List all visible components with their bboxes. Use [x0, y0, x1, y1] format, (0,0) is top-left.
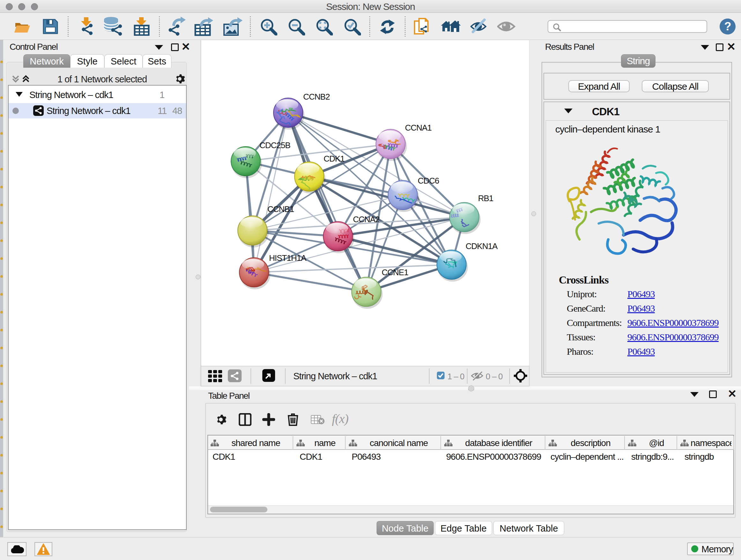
svg-text:CCNB2: CCNB2	[303, 92, 330, 102]
svg-text:?: ?	[724, 20, 731, 33]
svg-text:CDK1: CDK1	[324, 154, 345, 164]
svg-text:CCNA2: CCNA2	[353, 214, 380, 224]
svg-text:CDC25B: CDC25B	[259, 140, 290, 150]
svg-text:RB1: RB1	[478, 193, 493, 203]
svg-text:CDKN1A: CDKN1A	[466, 241, 498, 251]
svg-text:CCNE1: CCNE1	[382, 267, 408, 277]
svg-text:CCNA1: CCNA1	[405, 123, 432, 132]
svg-text:HIST1H1A: HIST1H1A	[269, 253, 307, 263]
svg-text:CDC6: CDC6	[418, 176, 439, 186]
svg-text:CCNB1: CCNB1	[267, 204, 294, 214]
